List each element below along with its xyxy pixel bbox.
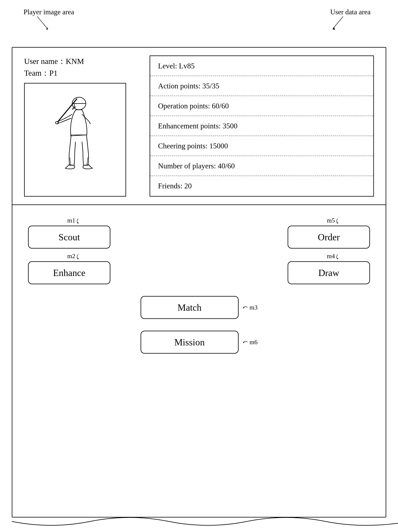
player-label-arrow [31, 16, 55, 32]
svg-marker-14 [337, 258, 338, 259]
user-data-area-label: User data area [330, 8, 371, 16]
enhancement-points-row: Enhancement points: 3500 [150, 116, 373, 136]
m1-arrow [75, 218, 81, 224]
svg-line-9 [70, 157, 71, 165]
bottom-wave-decoration [12, 518, 398, 532]
order-button-wrapper: m5 Order [288, 217, 370, 248]
operation-points-text: Operation points: 60/60 [158, 101, 229, 110]
friends-row: Friends: 20 [150, 176, 373, 196]
m2-arrow [75, 254, 81, 260]
user-data-arrow [328, 16, 351, 32]
mission-button-wrapper: Mission m6 [141, 331, 258, 354]
order-button[interactable]: Order [288, 226, 370, 248]
baseball-player-illustration [42, 93, 108, 187]
m1-label: m1 [67, 217, 75, 224]
svg-marker-11 [77, 222, 79, 224]
team-name: Team：P1 [24, 67, 84, 79]
number-of-players-text: Number of players: 40/60 [158, 162, 235, 170]
level-text: Level: Lv85 [158, 62, 195, 70]
friends-text: Friends: 20 [158, 182, 192, 190]
player-image-area-label: Player image area [24, 8, 74, 16]
operation-points-row: Operation points: 60/60 [150, 96, 373, 116]
page-container: Player image area User data area User na… [12, 8, 386, 532]
match-button-wrapper: Match m3 [141, 296, 258, 319]
m6-arrow [242, 339, 248, 345]
svg-marker-16 [243, 342, 245, 343]
draw-button-wrapper: m4 Draw [288, 253, 370, 284]
m4-arrow [335, 254, 341, 260]
cheering-points-text: Cheering points: 15000 [158, 141, 228, 150]
menu-second-row: m2 Enhance m4 [28, 253, 370, 284]
menu-center-column: Match m3 Mission [28, 296, 370, 354]
number-of-players-row: Number of players: 40/60 [150, 156, 373, 176]
level-row: Level: Lv85 [150, 56, 373, 76]
user-name: User name：KNM [24, 56, 84, 67]
scout-button-wrapper: m1 Scout [28, 217, 110, 248]
player-name-team: User name：KNM Team：P1 [24, 56, 84, 79]
draw-button[interactable]: Draw [288, 261, 370, 284]
enhancement-points-text: Enhancement points: 3500 [158, 121, 237, 130]
player-info-area: User name：KNM Team：P1 [24, 56, 138, 196]
m4-label: m4 [327, 253, 335, 260]
m6-label: m6 [250, 339, 258, 346]
svg-line-0 [37, 16, 47, 28]
enhance-button[interactable]: Enhance [28, 261, 110, 284]
match-button[interactable]: Match [141, 296, 239, 319]
scout-button[interactable]: Scout [28, 226, 110, 248]
m5-label: m5 [327, 217, 335, 224]
svg-line-10 [87, 157, 88, 165]
svg-line-2 [333, 16, 343, 28]
menu-section: m1 Scout m5 [12, 205, 386, 369]
action-points-text: Action points: 35/35 [158, 82, 219, 90]
cheering-points-row: Cheering points: 15000 [150, 136, 373, 156]
user-data-area: Level: Lv85 Action points: 35/35 Operati… [150, 56, 374, 196]
menu-top-row: m1 Scout m5 [28, 217, 370, 248]
m3-arrow [242, 305, 248, 310]
svg-line-6 [57, 99, 77, 122]
main-box: User name：KNM Team：P1 [12, 47, 386, 518]
action-points-row: Action points: 35/35 [150, 76, 373, 96]
svg-marker-15 [243, 307, 245, 309]
svg-point-7 [56, 121, 59, 124]
m2-label: m2 [67, 253, 75, 260]
enhance-button-wrapper: m2 Enhance [28, 253, 110, 284]
svg-marker-13 [77, 258, 79, 259]
top-section: User name：KNM Team：P1 [12, 48, 386, 205]
m5-arrow [335, 218, 341, 224]
player-image-box [24, 83, 126, 196]
svg-marker-12 [337, 222, 338, 224]
m3-label: m3 [250, 304, 258, 311]
mission-button[interactable]: Mission [141, 331, 239, 354]
